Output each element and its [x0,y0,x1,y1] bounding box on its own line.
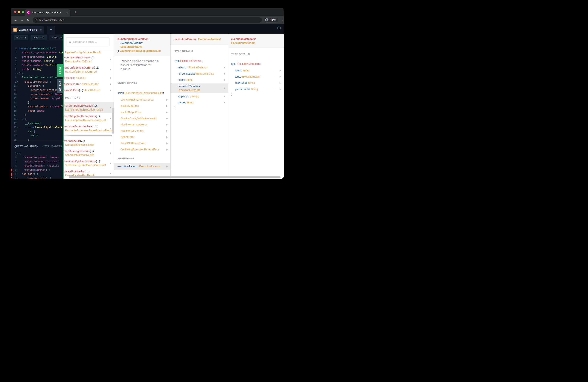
close-window-button[interactable] [14,11,16,13]
doc-entry[interactable]: assetOrError(...): AssetOrError! [64,87,114,93]
docs-search-input[interactable]: Search the docs ... [66,38,109,46]
union-member-row[interactable]: PipelineConfigValidationInvalid [114,115,170,122]
session-close-icon[interactable]: × [40,28,42,31]
tab-query-variables[interactable]: QUERY VARIABLES [14,145,38,148]
back-icon[interactable]: ← [12,18,19,22]
tab-close-icon[interactable]: × [67,11,68,14]
prettify-button[interactable]: PRETTIFY [14,35,28,41]
type-field-row[interactable]: rootRunId: String [228,80,284,86]
type-field-row[interactable]: mode: String [171,77,228,83]
type-field-row[interactable]: tags: [ExecutionTag!] [228,74,284,80]
browser-window: Playground - http://localhost:3 × + ← → … [11,8,284,179]
doc-entry[interactable]: terminatePipelineExecution(...):Terminat… [64,158,114,169]
code-token: String [47,55,56,58]
type-field-row[interactable]: parentRunId: String [228,86,284,92]
union-member-row[interactable]: PresetNotFoundError [114,140,170,146]
doc-entry[interactable]: instance: Instance! [64,75,114,81]
minimize-window-button[interactable] [18,11,20,13]
expand-arrow-icon [110,142,111,144]
doc-entry[interactable]: startSchedule(...):ScheduleMutationResul… [64,138,114,148]
settings-gear-icon[interactable]: ⚙ [277,25,281,31]
forward-icon[interactable]: → [19,18,25,22]
list-horizontal-scrollbar[interactable] [64,135,112,136]
error-marker [11,173,12,175]
code-token: { [32,130,35,133]
tab-http-headers[interactable]: HTTP HEADERS [43,145,62,148]
code-text: ) { [19,117,26,121]
query-code[interactable]: 1mutation ExecutePipeline(2 $repositoryL… [11,46,63,142]
fold-spacer [16,76,19,80]
fold-arrow-icon[interactable]: ▼ [16,71,19,76]
argument-row[interactable]: executionParams: ExecutionParams! [114,163,170,170]
union-member-row[interactable]: PythonError [114,134,170,140]
fold-arrow-icon[interactable]: ▼ [16,168,19,172]
union-member-row[interactable]: InvalidStepError [114,103,170,109]
error-marker [11,169,12,171]
union-member-row[interactable]: PipelineRunConflict [114,128,170,134]
fold-arrow-icon[interactable]: ▼ [16,172,19,176]
doc-entry-name-line: launchPipelineReexecution(...): [64,114,114,118]
expand-arrow-icon [167,166,168,168]
fold-arrow-icon[interactable]: ▼ [16,80,19,84]
variables-code[interactable]: 1▼{2 "repositoryName": "exper3 "reposito… [11,151,63,179]
union-member-row[interactable]: PipelineNotFoundError [114,122,170,128]
doc-entry[interactable]: assetsOrError: AssetsOrError! [64,81,114,87]
colon: : [194,72,196,75]
zoom-window-button[interactable] [22,11,24,13]
doc-entry-partial[interactable]: PipelineConfigValidationResult! [64,50,114,54]
line-number: 3 [11,55,16,59]
doc-entry[interactable]: executionPlanOrError(...):ExecutionPlanO… [64,54,114,64]
doc-entry[interactable]: launchPipelineReexecution(...):LaunchPip… [64,113,114,123]
args-ellipsis: ... [97,160,99,163]
code-line: 2 "repositoryName": "exper [11,155,63,160]
query-editor-pane[interactable]: PRETTIFY HISTORY ↺ http://loc 1mutation … [11,34,63,179]
new-session-button[interactable]: + [47,26,55,34]
fold-arrow-icon[interactable]: ▼ [16,151,19,155]
doc-entry[interactable]: launchPipelineExecution(...):LaunchPipel… [64,102,114,113]
docs-horizontal-scrollbar[interactable] [69,176,281,178]
profile-chip[interactable]: Guest [264,17,278,22]
type-declaration: type ExecutionParams { [175,59,228,63]
expand-arrow-icon [224,67,225,68]
browser-tab[interactable]: Playground - http://localhost:3 × [25,9,70,16]
endpoint-input[interactable]: ↺ http://loc [49,35,63,41]
reload-icon[interactable]: ↻ [25,18,31,22]
code-token: ! [41,68,42,71]
docs-side-tab[interactable]: DOCS [57,64,63,77]
union-member-row[interactable]: InvalidOutputError [114,109,170,115]
fold-arrow-icon[interactable]: ▼ [16,117,19,121]
union-member-list: LaunchPipelineRunSuccessInvalidStepError… [114,97,170,152]
code-token: : [42,64,45,66]
url-bar[interactable]: i localhost:3333/graphql [33,17,262,22]
doc-entry-name-line: executionPlanOrError(...): [64,56,114,60]
code-line: 5 $runConfigData: RunConfigData! [11,63,63,67]
code-token: ! [53,60,54,62]
type-field-row[interactable]: executionMetadata:ExecutionMetadata [171,83,228,93]
docs-column-fields: Search the docs ... PipelineConfigValida… [64,34,114,179]
doc-entry[interactable]: reconcileSchedulerState(...):ReconcileSc… [64,123,114,133]
union-member-row[interactable]: ConflictingExecutionParamsError [114,146,170,152]
doc-entry[interactable]: runConfigSchemaOrError(...):RunConfigSch… [64,64,114,75]
fold-arrow-icon[interactable]: ▼ [16,84,19,88]
doc-entry-name-line: assetOrError(...): AssetOrError! [64,88,114,92]
type-field-row[interactable]: selector: PipelineSelector! [171,64,228,71]
union-member-row[interactable]: LaunchPipelineRunSuccess [114,97,170,103]
type-field-row[interactable]: runConfigData: RunConfigData [171,71,228,77]
site-info-icon[interactable]: i [35,19,38,21]
docs-list-scrollbar[interactable] [112,108,114,134]
fold-arrow-icon[interactable]: ▼ [16,176,19,179]
fold-arrow-icon[interactable]: ▼ [16,125,19,129]
doc-entry[interactable]: stopRunningSchedule(...):ScheduleMutatio… [64,148,114,158]
docs-search-area: Search the docs ... [64,34,114,50]
line-number: 12 [11,92,16,96]
session-tab-executepipeline[interactable]: M ExecutePipeline × [11,26,44,34]
type-field-row[interactable]: stepKeys: [String!] [171,93,228,100]
browser-menu-icon[interactable]: ⋮ [280,18,284,22]
schema-side-tab[interactable]: SCHEMA [57,79,63,93]
type-field-row[interactable]: preset: String [171,100,228,106]
doc-entry-type-line: LaunchPipelineExecutionResult! [65,108,114,112]
expand-arrow-icon [110,83,111,85]
history-button[interactable]: HISTORY [30,35,47,41]
type-field-row[interactable]: runId: String [228,67,284,74]
new-tab-button[interactable]: + [73,10,78,15]
